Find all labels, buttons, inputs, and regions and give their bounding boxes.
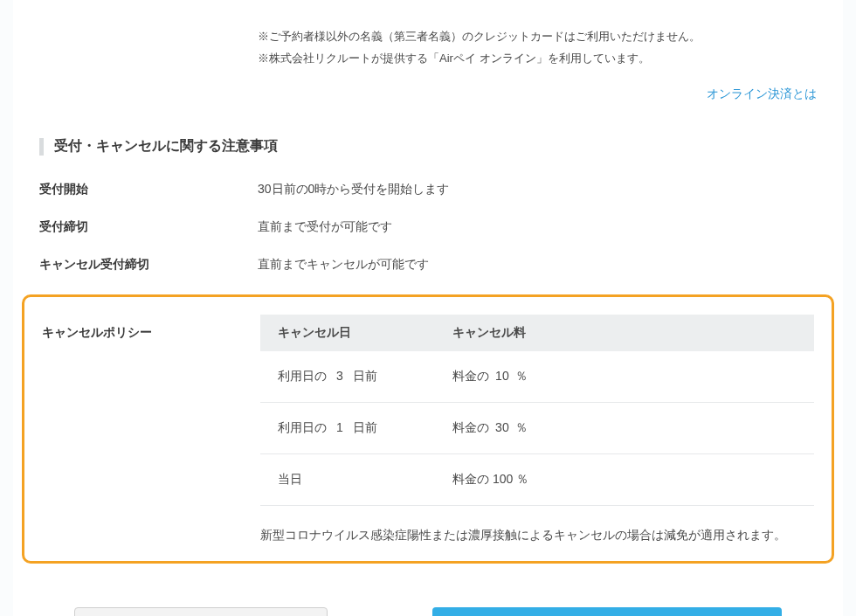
field-row-deadline: 受付締切 直前まで受付が可能です	[39, 219, 817, 235]
cell-fee-prefix: 料金の	[452, 472, 489, 486]
login-reserve-button[interactable]: ログイン・新規会員登録して予約する	[432, 607, 782, 616]
cell-fee-num: 30	[493, 420, 512, 434]
label-start: 受付開始	[39, 182, 258, 197]
label-cancel-policy: キャンセルポリシー	[42, 315, 260, 543]
cancel-policy-area: キャンセル日 キャンセル料 利用日の 3 日前 料金の	[260, 315, 814, 543]
th-cancel-day: キャンセル日	[260, 315, 435, 351]
value-start: 30日前の0時から受付を開始します	[258, 182, 449, 197]
section-title-cancel: 受付・キャンセルに関する注意事項	[39, 137, 817, 156]
cancel-policy-note: 新型コロナウイルス感染症陽性または濃厚接触によるキャンセルの場合は減免が適用され…	[260, 528, 814, 543]
cell-fee-suffix: ％	[515, 420, 528, 434]
cell-day-num: 1	[330, 420, 349, 434]
value-deadline: 直前まで受付が可能です	[258, 219, 392, 235]
cell-fee-num: 10	[493, 369, 512, 383]
table-row: 利用日の 1 日前 料金の 30 ％	[260, 403, 814, 454]
cell-day-prefix: 利用日の	[278, 369, 327, 383]
cancel-policy-highlight: キャンセルポリシー キャンセル日 キャンセル料 利用日の 3	[22, 294, 834, 564]
table-row: 当日 料金の 100 ％	[260, 454, 814, 506]
cell-fee-prefix: 料金の	[452, 420, 489, 434]
back-button[interactable]: 戻る	[74, 607, 328, 616]
field-row-start: 受付開始 30日前の0時から受付を開始します	[39, 182, 817, 197]
field-rows: 受付開始 30日前の0時から受付を開始します 受付締切 直前まで受付が可能です …	[39, 182, 817, 273]
button-row: 戻る ログイン・新規会員登録して予約する リクルートIDのログイン・新規登録ペー…	[39, 607, 817, 616]
cell-day-suffix: 日前	[353, 369, 377, 383]
cell-day-prefix: 利用日の	[278, 420, 327, 434]
table-row: 利用日の 3 日前 料金の 10 ％	[260, 351, 814, 403]
online-payment-link[interactable]: オンライン決済とは	[707, 87, 817, 100]
note-line-2: ※株式会社リクルートが提供する「Airペイ オンライン」を利用しています。	[258, 48, 817, 70]
cell-fee-prefix: 料金の	[452, 369, 489, 383]
primary-button-wrap: ログイン・新規会員登録して予約する リクルートIDのログイン・新規登録ページに移…	[432, 607, 782, 616]
field-row-cancel-deadline: キャンセル受付締切 直前までキャンセルが可能です	[39, 257, 817, 273]
th-cancel-fee: キャンセル料	[435, 315, 814, 351]
label-deadline: 受付締切	[39, 219, 258, 235]
cell-day-prefix: 当日	[278, 472, 302, 486]
cell-fee-suffix: ％	[515, 369, 528, 383]
value-cancel-deadline: 直前までキャンセルが可能です	[258, 257, 429, 273]
cell-day-num: 3	[330, 369, 349, 383]
payment-notes: ※ご予約者様以外の名義（第三者名義）のクレジットカードはご利用いただけません。 …	[258, 0, 817, 69]
cell-fee-suffix: ％	[516, 472, 528, 486]
cell-fee-num: 100	[493, 472, 513, 486]
cell-day-suffix: 日前	[353, 420, 377, 434]
online-payment-link-wrap: オンライン決済とは	[39, 87, 817, 102]
note-line-1: ※ご予約者様以外の名義（第三者名義）のクレジットカードはご利用いただけません。	[258, 26, 817, 48]
content-container: ※ご予約者様以外の名義（第三者名義）のクレジットカードはご利用いただけません。 …	[13, 0, 843, 616]
label-cancel-deadline: キャンセル受付締切	[39, 257, 258, 273]
cancel-policy-table: キャンセル日 キャンセル料 利用日の 3 日前 料金の	[260, 315, 814, 506]
